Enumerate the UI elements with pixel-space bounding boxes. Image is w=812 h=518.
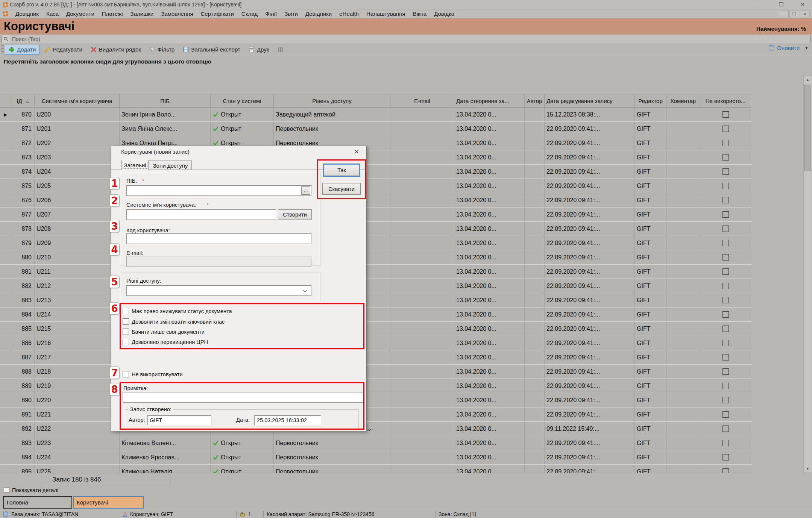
tab-users[interactable]: Користувачі	[73, 496, 144, 509]
toolbar-button-filter[interactable]: Фільтр	[146, 45, 178, 55]
not-used-row-checkbox[interactable]	[722, 154, 729, 161]
column-header-editor[interactable]: Редактор	[635, 94, 666, 107]
author-input[interactable]: GIFT	[147, 415, 211, 425]
not-used-row-checkbox[interactable]	[722, 311, 729, 318]
mdi-restore-button[interactable]: ❐	[789, 11, 799, 17]
table-row[interactable]: 893U223Кітманова Валент...ОткрытПервосто…	[0, 436, 751, 450]
column-header-edited[interactable]: Дата редагування запису	[545, 94, 635, 107]
table-row[interactable]: ▶870U200Зенич Ірина Воло...ОткрытЗаведую…	[0, 108, 751, 122]
column-header-ind[interactable]	[0, 94, 11, 107]
not-used-row-checkbox[interactable]	[722, 340, 729, 346]
pib-input[interactable]	[126, 185, 311, 196]
menu-item-сертифікати[interactable]: Сертифікати	[197, 10, 238, 18]
permission-checkbox[interactable]	[123, 339, 129, 345]
scroll-down-button[interactable]: ▼	[804, 465, 812, 473]
menu-item-довідка[interactable]: Довідка	[430, 10, 458, 18]
column-header-created[interactable]: Дата створення за...	[454, 94, 525, 107]
refresh-dropdown-icon[interactable]: ▼	[805, 46, 808, 50]
pib-lookup-button[interactable]: ...	[301, 186, 310, 195]
column-header-unused[interactable]: Не використо...	[700, 94, 751, 107]
note-input[interactable]	[123, 392, 364, 403]
permission-checkbox[interactable]	[123, 318, 129, 325]
menu-item-каса[interactable]: Каса	[42, 10, 62, 18]
vertical-scrollbar[interactable]: ▲ ▼	[803, 75, 812, 473]
create-sysname-button[interactable]: Створити	[278, 209, 312, 220]
column-header-state[interactable]: Стан у системі	[211, 94, 274, 107]
menu-item-платежі[interactable]: Платежі	[98, 10, 127, 18]
not-used-row-checkbox[interactable]	[722, 411, 729, 418]
access-levels-select[interactable]	[126, 285, 311, 296]
not-used-row-checkbox[interactable]	[722, 111, 729, 118]
date-input[interactable]: 25.03.2025 16:33:02	[254, 415, 321, 425]
not-used-checkbox[interactable]	[123, 371, 129, 377]
menu-item-ehealth[interactable]: eHealth	[335, 10, 363, 18]
not-used-row-checkbox[interactable]	[722, 383, 729, 389]
toolbar-grip[interactable]	[1, 45, 4, 54]
table-row[interactable]: 871U201Зима Яніна Олекс...ОткрытПервосто…	[0, 122, 751, 136]
toolbar-button-delete[interactable]: Видалити рядок	[87, 45, 144, 55]
column-header-comment[interactable]: Коментар	[666, 94, 700, 107]
not-used-row-checkbox[interactable]	[722, 240, 729, 246]
minimize-button[interactable]: —	[750, 1, 763, 8]
permission-checkbox[interactable]	[123, 329, 129, 335]
menu-item-документи[interactable]: Документи	[62, 10, 98, 18]
usercode-input[interactable]	[126, 233, 311, 244]
menu-item-замовлення[interactable]: Замовлення	[157, 10, 197, 18]
refresh-button[interactable]: Оновити ▼	[768, 45, 808, 51]
menu-item-склад[interactable]: Склад	[238, 10, 261, 18]
not-used-row-checkbox[interactable]	[722, 426, 729, 432]
toolbar-button-print[interactable]: Друк	[245, 45, 272, 55]
table-row[interactable]: 895U225Клименко НаталіяОткрытПервостольн…	[0, 465, 751, 473]
menu-item-вікна[interactable]: Вікна	[409, 10, 431, 18]
not-used-row-checkbox[interactable]	[722, 368, 729, 375]
not-used-row-checkbox[interactable]	[722, 354, 729, 360]
not-used-row-checkbox[interactable]	[722, 268, 729, 275]
not-used-row-checkbox[interactable]	[722, 197, 729, 203]
menu-item-довідник[interactable]: Довідник	[12, 10, 42, 18]
dialog-tab-general[interactable]: Загальні	[121, 160, 149, 170]
column-header-email[interactable]: E-mail	[390, 94, 454, 107]
search-input[interactable]: Поиск (Tab)	[2, 35, 810, 43]
show-details-checkbox[interactable]	[4, 487, 9, 493]
toolbar-button-edit[interactable]: Редагувати	[41, 45, 86, 55]
mdi-minimize-button[interactable]: –	[779, 11, 789, 17]
not-used-row-checkbox[interactable]	[722, 226, 729, 232]
not-used-row-checkbox[interactable]	[722, 183, 729, 189]
sysname-input[interactable]	[126, 209, 276, 220]
not-used-row-checkbox[interactable]	[722, 168, 729, 175]
not-used-row-checkbox[interactable]	[722, 397, 729, 403]
not-used-row-checkbox[interactable]	[722, 468, 729, 473]
not-used-row-checkbox[interactable]	[722, 254, 729, 261]
columns-icon[interactable]	[274, 45, 287, 55]
scroll-up-button[interactable]: ▲	[804, 76, 812, 83]
dialog-tab-access-zones[interactable]: Зони доступу	[149, 161, 192, 170]
menu-item-залишки[interactable]: Залишки	[127, 10, 158, 18]
column-header-id[interactable]: ІД△	[11, 94, 35, 107]
toolbar-button-export[interactable]: Загальний експорт	[179, 45, 244, 55]
cancel-button[interactable]: Скасувати	[322, 183, 361, 195]
ok-button[interactable]: Так	[324, 164, 360, 176]
column-header-level[interactable]: Рівень доступу	[274, 94, 390, 107]
column-header-author[interactable]: Автор	[525, 94, 545, 107]
menu-item-довідники[interactable]: Довідники	[302, 10, 335, 18]
not-used-row-checkbox[interactable]	[722, 126, 729, 132]
not-used-row-checkbox[interactable]	[722, 140, 729, 146]
column-header-pib[interactable]: ПІБ	[120, 94, 211, 107]
not-used-row-checkbox[interactable]	[722, 454, 729, 460]
restore-button[interactable]: ❐	[775, 1, 788, 8]
toolbar-button-add[interactable]: Додати	[5, 45, 39, 55]
menu-item-налаштування[interactable]: Налаштування	[363, 10, 409, 18]
not-used-row-checkbox[interactable]	[722, 440, 729, 446]
tab-home[interactable]: Головна	[3, 496, 72, 509]
scrollbar-thumb[interactable]	[804, 85, 811, 171]
menu-item-філії[interactable]: Філії	[261, 10, 281, 18]
not-used-row-checkbox[interactable]	[722, 297, 729, 303]
column-header-sys[interactable]: Системне ім'я користувача	[35, 94, 120, 107]
table-row[interactable]: 894U224Клименко Ярослав...ОткрытПервосто…	[0, 450, 751, 465]
not-used-row-checkbox[interactable]	[722, 283, 729, 289]
menu-item-звіти[interactable]: Звіти	[281, 10, 302, 18]
not-used-row-checkbox[interactable]	[722, 326, 729, 332]
permission-checkbox[interactable]	[123, 308, 129, 314]
dialog-close-icon[interactable]: ✕	[352, 148, 361, 156]
mdi-close-button[interactable]: ✕	[800, 11, 810, 17]
